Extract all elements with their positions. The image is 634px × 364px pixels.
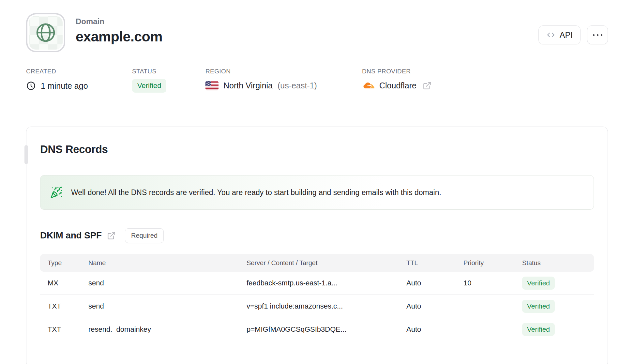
record-name: send (88, 279, 247, 287)
record-status: Verified (522, 300, 594, 313)
region-label: REGION (205, 68, 362, 75)
us-flag-icon (205, 81, 219, 90)
record-status: Verified (522, 277, 594, 290)
ellipsis-icon (593, 34, 595, 36)
record-name: resend._domainkey (88, 325, 247, 334)
record-type: TXT (48, 302, 88, 311)
status-label: STATUS (132, 68, 205, 75)
dns-records-title: DNS Records (40, 143, 594, 156)
record-ttl: Auto (406, 279, 463, 287)
created-label: CREATED (26, 68, 132, 75)
header-text: Domain example.com (76, 17, 162, 45)
header-content: Server / Content / Target (247, 259, 406, 267)
record-content[interactable]: v=spf1 include:amazonses.c... (247, 302, 406, 311)
record-ttl: Auto (406, 325, 463, 334)
cloudflare-icon (362, 81, 374, 90)
section-indicator (24, 145, 28, 164)
record-type: MX (48, 279, 88, 287)
header-status: Status (522, 259, 594, 267)
party-popper-icon (50, 186, 63, 199)
region-value: North Virginia (223, 81, 273, 90)
record-content[interactable]: feedback-smtp.us-east-1.a... (247, 279, 406, 287)
domain-avatar (26, 13, 65, 52)
code-icon (546, 30, 555, 39)
header-name: Name (88, 259, 247, 267)
more-options-button[interactable] (587, 25, 608, 44)
dkim-spf-title: DKIM and SPF (40, 230, 102, 241)
table-header-row: Type Name Server / Content / Target TTL … (40, 254, 594, 272)
header-type: Type (48, 259, 88, 267)
dns-provider-value: Cloudflare (379, 81, 416, 90)
record-name: send (88, 302, 247, 311)
domain-detail-page: Domain example.com API CREATE (0, 0, 634, 364)
table-row: TXT resend._domainkey p=MIGfMA0GCSqGSIb3… (40, 318, 594, 341)
required-badge: Required (125, 228, 164, 243)
external-link-icon[interactable] (107, 231, 116, 240)
meta-created: CREATED 1 minute ago (26, 68, 132, 93)
dns-records-card: DNS Records Well done! All the DNS recor… (26, 127, 608, 364)
clock-icon (26, 81, 36, 91)
record-status: Verified (522, 323, 594, 336)
page-header: Domain example.com API (26, 13, 608, 52)
success-banner: Well done! All the DNS records are verif… (40, 175, 594, 210)
meta-region: REGION (205, 68, 362, 93)
record-type: TXT (48, 325, 88, 334)
status-badge: Verified (522, 323, 555, 336)
record-priority: 10 (463, 279, 522, 287)
api-button[interactable]: API (538, 25, 581, 44)
record-content[interactable]: p=MIGfMA0GCSqGSIb3DQE... (247, 325, 406, 334)
header-actions: API (538, 25, 608, 44)
header-priority: Priority (463, 259, 522, 267)
globe-icon (35, 22, 56, 43)
record-ttl: Auto (406, 302, 463, 311)
meta-dns-provider: DNS PROVIDER Cloudflare (362, 68, 431, 93)
table-row: MX send feedback-smtp.us-east-1.a... Aut… (40, 272, 594, 295)
header-ttl: TTL (406, 259, 463, 267)
external-link-icon[interactable] (423, 81, 431, 90)
page-title: example.com (76, 29, 162, 45)
domain-meta: CREATED 1 minute ago STATUS Verified REG… (26, 68, 608, 93)
table-row: TXT send v=spf1 include:amazonses.c... A… (40, 295, 594, 318)
region-code: (us-east-1) (278, 81, 317, 90)
created-value: 1 minute ago (41, 81, 88, 91)
page-kicker: Domain (76, 17, 162, 26)
dkim-spf-section-header: DKIM and SPF Required (40, 228, 594, 243)
dns-provider-label: DNS PROVIDER (362, 68, 431, 75)
status-badge: Verified (522, 277, 555, 290)
status-badge: Verified (132, 79, 166, 93)
meta-status: STATUS Verified (132, 68, 205, 93)
success-banner-text: Well done! All the DNS records are verif… (71, 188, 441, 197)
dns-records-table: Type Name Server / Content / Target TTL … (40, 254, 594, 341)
api-button-label: API (560, 30, 573, 40)
table-body: MX send feedback-smtp.us-east-1.a... Aut… (40, 272, 594, 341)
status-badge: Verified (522, 300, 555, 313)
